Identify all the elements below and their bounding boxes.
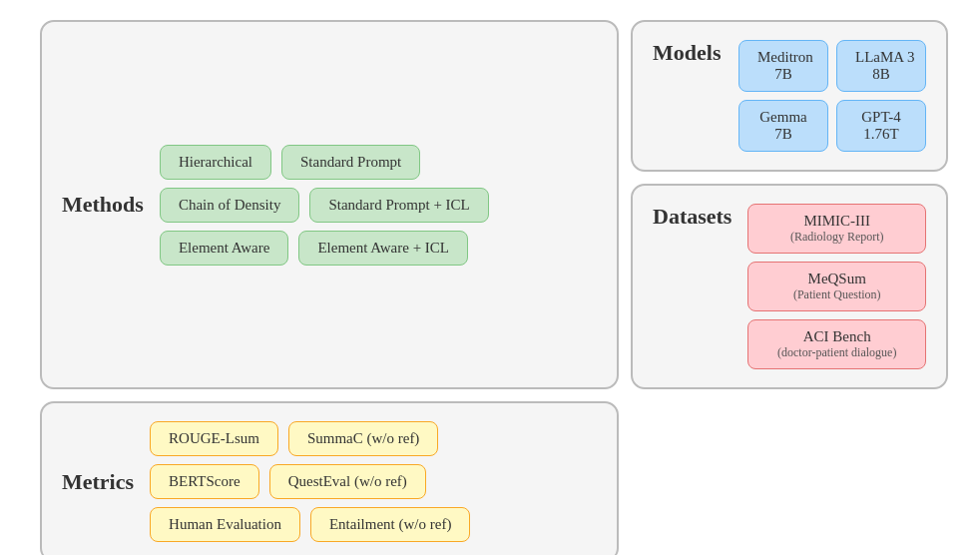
dataset-aci: ACI Bench (doctor-patient dialogue)	[747, 319, 926, 369]
models-label: Models	[653, 40, 723, 66]
method-element-aware: Element Aware	[160, 231, 289, 266]
models-panel: Models Meditron 7B LLaMA 3 8B Gemma 7B	[631, 20, 948, 172]
methods-row-2: Chain of Density Standard Prompt + ICL	[160, 188, 597, 223]
model-gpt4: GPT-4 1.76T	[836, 100, 926, 152]
dataset-mimic: MIMIC-III (Radiology Report)	[747, 204, 926, 254]
model-meditron-line1: Meditron	[757, 49, 813, 65]
method-chain-of-density: Chain of Density	[160, 188, 300, 223]
model-llama3: LLaMA 3 8B	[836, 40, 926, 92]
metric-entailment: Entailment (w/o ref)	[310, 507, 470, 542]
model-gpt4-line1: GPT-4	[861, 109, 900, 125]
model-gemma-line2: 7B	[774, 126, 792, 142]
datasets-content: MIMIC-III (Radiology Report) MeQSum (Pat…	[747, 204, 926, 369]
right-column: Models Meditron 7B LLaMA 3 8B Gemma 7B	[631, 20, 948, 389]
model-gemma-line1: Gemma	[759, 109, 806, 125]
methods-row-3: Element Aware Element Aware + ICL	[160, 231, 597, 266]
metrics-panel: Metrics ROUGE-Lsum SummaC (w/o ref) BERT…	[40, 401, 619, 555]
metric-bertscore: BERTScore	[150, 464, 259, 499]
metrics-row-1: ROUGE-Lsum SummaC (w/o ref)	[150, 421, 597, 456]
model-llama3-line2: 8B	[872, 66, 890, 82]
metrics-row-2: BERTScore QuestEval (w/o ref)	[150, 464, 597, 499]
top-row: Methods Hierarchical Standard Prompt Cha…	[40, 20, 940, 389]
diagram: Methods Hierarchical Standard Prompt Cha…	[40, 20, 940, 555]
bottom-row: Metrics ROUGE-Lsum SummaC (w/o ref) BERT…	[40, 401, 940, 555]
dataset-aci-main: ACI Bench	[766, 328, 907, 345]
metrics-content: ROUGE-Lsum SummaC (w/o ref) BERTScore Qu…	[150, 421, 597, 542]
method-standard-prompt-icl: Standard Prompt + ICL	[309, 188, 488, 223]
metric-questeval: QuestEval (w/o ref)	[269, 464, 426, 499]
models-grid: Meditron 7B LLaMA 3 8B Gemma 7B GPT-4 1.…	[738, 40, 926, 152]
methods-label: Methods	[62, 192, 144, 218]
datasets-label: Datasets	[653, 204, 732, 230]
dataset-aci-sub: (doctor-patient dialogue)	[766, 345, 907, 360]
metric-summac: SummaC (w/o ref)	[288, 421, 438, 456]
model-meditron: Meditron 7B	[738, 40, 828, 92]
metrics-row-3: Human Evaluation Entailment (w/o ref)	[150, 507, 597, 542]
method-element-aware-icl: Element Aware + ICL	[298, 231, 468, 266]
methods-row-1: Hierarchical Standard Prompt	[160, 145, 597, 180]
dataset-mimic-sub: (Radiology Report)	[766, 230, 907, 245]
method-standard-prompt: Standard Prompt	[281, 145, 420, 180]
model-gpt4-line2: 1.76T	[863, 126, 898, 142]
model-meditron-line2: 7B	[774, 66, 792, 82]
dataset-meqsum-sub: (Patient Question)	[766, 287, 907, 302]
methods-content: Hierarchical Standard Prompt Chain of De…	[160, 145, 597, 266]
datasets-panel: Datasets MIMIC-III (Radiology Report) Me…	[631, 184, 948, 389]
dataset-meqsum: MeQSum (Patient Question)	[747, 262, 926, 311]
method-hierarchical: Hierarchical	[160, 145, 271, 180]
dataset-mimic-main: MIMIC-III	[766, 213, 907, 230]
metrics-label: Metrics	[62, 469, 134, 495]
metric-human-eval: Human Evaluation	[150, 507, 300, 542]
methods-panel: Methods Hierarchical Standard Prompt Cha…	[40, 20, 619, 389]
model-gemma: Gemma 7B	[738, 100, 828, 152]
model-llama3-line1: LLaMA 3	[855, 49, 915, 65]
metric-rouge: ROUGE-Lsum	[150, 421, 278, 456]
dataset-meqsum-main: MeQSum	[766, 271, 907, 287]
